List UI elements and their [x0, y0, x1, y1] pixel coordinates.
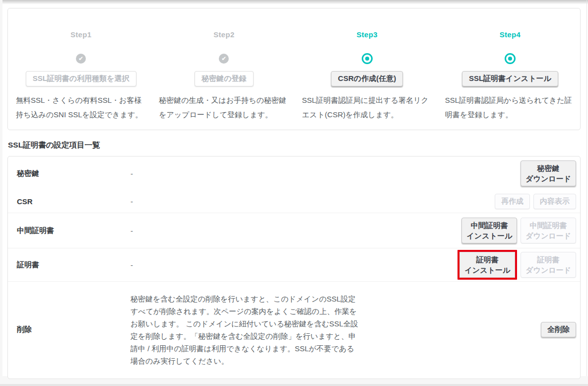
csr-value: - — [131, 197, 495, 206]
delete-all-button[interactable]: 全削除 — [541, 322, 576, 337]
table-row-private-key: 秘密鍵 - 秘密鍵 ダウンロード — [8, 156, 580, 190]
settings-section-title: SSL証明書の設定項目一覧 — [8, 140, 581, 151]
step4-button[interactable]: SSL証明書インストール — [462, 71, 558, 86]
step4-description: SSL証明書認証局から送られてきた証明書を登録します。 — [445, 93, 575, 122]
certificate-label: 証明書 — [17, 260, 131, 270]
ssl-settings-card: 秘密鍵 - 秘密鍵 ダウンロード CSR - 再作成 内容表示 中間証明書 - … — [7, 156, 581, 379]
intermediate-cert-value: - — [131, 227, 461, 235]
csr-view-button: 内容表示 — [533, 194, 576, 209]
step2-button[interactable]: 秘密鍵の登録 — [195, 71, 253, 86]
csr-label: CSR — [17, 197, 131, 206]
red-highlight-box: 証明書 インストール — [457, 250, 517, 280]
delete-description: 秘密鍵を含む全設定の削除を行いますと、このドメインのSSL設定すべてが削除されま… — [131, 293, 360, 367]
radio-selected-icon — [362, 53, 373, 64]
radio-dot — [365, 57, 369, 61]
certificate-download-button: 証明書 ダウンロード — [521, 252, 576, 278]
step2-description: 秘密鍵の生成・又はお手持ちの秘密鍵をアップロードして登録します。 — [159, 93, 289, 122]
delete-label: 削除 — [17, 325, 131, 334]
table-row-intermediate-cert: 中間証明書 - 中間証明書 インストール 中間証明書 ダウンロード — [8, 213, 580, 248]
intermediate-cert-download-button: 中間証明書 ダウンロード — [521, 218, 576, 243]
intermediate-cert-label: 中間証明書 — [17, 226, 131, 235]
certificate-value: - — [131, 261, 457, 269]
radio-dot — [508, 57, 512, 61]
radio-selected-icon — [505, 53, 516, 64]
step1-label: Step1 — [16, 30, 146, 39]
table-row-delete: 削除 秘密鍵を含む全設定の削除を行いますと、このドメインのSSL設定すべてが削除… — [8, 282, 580, 378]
table-row-certificate: 証明書 - 証明書 インストール 証明書 ダウンロード — [8, 248, 580, 282]
check-circle-icon: ✔ — [76, 54, 86, 64]
step3-button[interactable]: CSRの作成(任意) — [331, 71, 403, 86]
csr-recreate-button: 再作成 — [495, 194, 530, 209]
left-gutter — [0, 0, 2, 386]
step4-label: Step4 — [445, 30, 575, 39]
step1-description: 無料SSL・さくらの有料SSL・お客様持ち込みのSNI SSLを設定できます。 — [16, 93, 146, 122]
step3-label: Step3 — [302, 30, 432, 39]
main-content: Step1 ✔ SSL証明書の利用種類を選択 無料SSL・さくらの有料SSL・お… — [7, 0, 581, 379]
right-edge-line — [587, 0, 587, 386]
table-row-csr: CSR - 再作成 内容表示 — [8, 190, 580, 213]
private-key-value: - — [131, 169, 521, 178]
private-key-download-button[interactable]: 秘密鍵 ダウンロード — [521, 160, 576, 186]
step-column-3: Step3 CSRの作成(任意) SSL証明書認証局に提出する署名リクエスト(C… — [294, 30, 437, 130]
step1-button[interactable]: SSL証明書の利用種類を選択 — [26, 71, 136, 86]
certificate-install-button[interactable]: 証明書 インストール — [459, 252, 515, 278]
step-column-1: Step1 ✔ SSL証明書の利用種類を選択 無料SSL・さくらの有料SSL・お… — [8, 30, 151, 130]
step-column-4: Step4 SSL証明書インストール SSL証明書認証局から送られてきた証明書を… — [437, 30, 580, 130]
ssl-steps-card: Step1 ✔ SSL証明書の利用種類を選択 無料SSL・さくらの有料SSL・お… — [7, 8, 581, 130]
intermediate-cert-install-button[interactable]: 中間証明書 インストール — [461, 218, 517, 243]
private-key-label: 秘密鍵 — [17, 169, 131, 178]
step2-label: Step2 — [159, 30, 289, 39]
step3-description: SSL証明書認証局に提出する署名リクエスト(CSR)を作成します。 — [302, 93, 432, 122]
step-column-2: Step2 ✔ 秘密鍵の登録 秘密鍵の生成・又はお手持ちの秘密鍵をアップロードし… — [151, 30, 294, 130]
check-circle-icon: ✔ — [219, 54, 229, 64]
